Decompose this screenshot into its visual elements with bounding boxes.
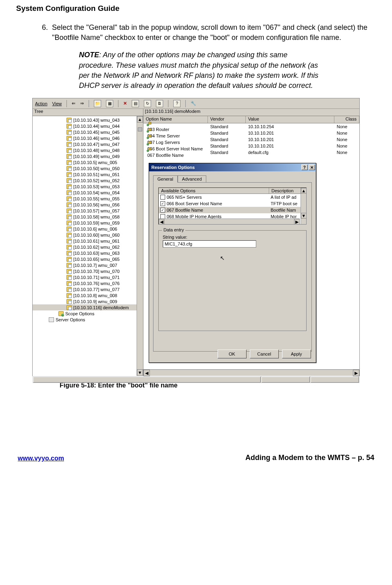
reservation-icon (66, 178, 72, 183)
option-row[interactable]: 067 Bootfile NameStandarddefault.cfgNone (143, 149, 359, 156)
tree-item-label: [10.10.10.55] wmu_055 (73, 196, 120, 201)
scroll-right-icon[interactable]: ▶ (294, 219, 300, 225)
col-class[interactable]: Class (334, 116, 359, 123)
scroll-down-icon[interactable]: ▼ (137, 369, 143, 376)
option-checkbox[interactable]: ✓ (160, 208, 165, 212)
available-option-row[interactable]: ✓066 Boot Server Host NameTFTP boot se (159, 200, 306, 207)
export-icon[interactable]: 🗎 (156, 100, 163, 107)
tree-item[interactable]: [10.10.10.8] wmu_008 (33, 292, 143, 298)
available-option-row[interactable]: ✓067 Bootfile NameBootfile Nam (159, 207, 306, 213)
nav-back-icon[interactable]: ⇐ (72, 101, 75, 106)
tree-item[interactable]: [10.10.10.5] wmu_005 (33, 159, 143, 165)
ok-button[interactable]: OK (218, 350, 247, 358)
option-checkbox[interactable] (160, 195, 165, 200)
plugin-icon[interactable]: 🔧 (191, 101, 196, 106)
tree-item[interactable]: [10.10.10.77] wmu_077 (33, 286, 143, 292)
tree-item[interactable]: [10.10.10.65] wmu_065 (33, 256, 143, 262)
string-value-input[interactable] (163, 240, 256, 248)
reservation-icon (66, 154, 72, 159)
tab-advanced[interactable]: Advanced (178, 175, 206, 182)
tree-item[interactable]: [10.10.10.62] wmu_062 (33, 244, 143, 250)
scroll-left-icon[interactable]: ◀ (159, 219, 164, 225)
col-value[interactable]: Value (246, 116, 334, 123)
tree-item-label: [10.10.10.48] wmu_048 (73, 148, 120, 153)
tree-item[interactable]: [10.10.10.6] wmu_006 (33, 226, 143, 232)
scroll-up-icon[interactable]: ▲ (301, 188, 307, 194)
show-hide-icon[interactable]: ▦ (106, 100, 113, 107)
server-icon (49, 317, 54, 322)
step-text: Select the "General" tab in the popup wi… (52, 23, 376, 43)
up-folder-icon[interactable]: 📁 (94, 100, 101, 107)
tree-item[interactable]: [10.10.10.57] wmu_057 (33, 208, 143, 214)
option-value: 10.10.10.254 (246, 124, 334, 129)
tree-item[interactable]: [10.10.10.60] wmu_060 (33, 232, 143, 238)
tree-item[interactable]: [10.10.10.46] wmu_046 (33, 135, 143, 141)
tree-item[interactable]: [10.10.10.61] wmu_061 (33, 238, 143, 244)
tree-item[interactable]: [10.10.10.70] wmu_070 (33, 268, 143, 274)
tree-item[interactable]: [10.10.10.53] wmu_053 (33, 183, 143, 189)
tree-item[interactable]: [10.10.10.48] wmu_048 (33, 147, 143, 153)
refresh-icon[interactable]: ↻ (144, 100, 151, 107)
tree-item[interactable]: [10.10.10.44] wmu_044 (33, 123, 143, 129)
tree-server-options[interactable]: Server Options (33, 316, 143, 323)
tree-item[interactable]: [10.10.10.59] wmu_059 (33, 220, 143, 226)
available-options-list[interactable]: Available Options Description 065 NIS+ S… (158, 187, 307, 225)
tree-item[interactable]: [10.10.10.51] wmu_051 (33, 171, 143, 177)
tree-item[interactable]: [10.10.10.9] wmu_009 (33, 298, 143, 304)
main-scrollbar-horiz[interactable]: ◀ ▶ (143, 369, 359, 376)
tree-item[interactable]: [10.10.10.56] wmu_056 (33, 202, 143, 208)
apply-button[interactable]: Apply (282, 350, 311, 358)
option-checkbox[interactable]: ✓ (160, 201, 165, 206)
menu-view[interactable]: View (52, 101, 62, 106)
menu-action[interactable]: Action (35, 101, 48, 106)
option-class: None (334, 144, 359, 148)
tree-item[interactable]: [10.10.10.116] demoModem (33, 304, 143, 310)
options-scrollbar-horiz[interactable]: ◀ ▶ (159, 219, 300, 224)
tree-item[interactable]: [10.10.10.71] wmu_071 (33, 274, 143, 280)
svg-rect-3 (149, 129, 151, 131)
nav-forward-icon[interactable]: ⇒ (80, 101, 84, 106)
step-number: 6. (42, 23, 48, 43)
reservation-icon (66, 233, 72, 237)
footer-link[interactable]: www.vyyo.com (18, 455, 64, 462)
svg-rect-1 (149, 122, 151, 124)
col-available-options[interactable]: Available Options (159, 188, 269, 194)
tree-item[interactable]: [10.10.10.7] wmu_007 (33, 262, 143, 268)
tree-list[interactable]: [10.10.10.43] wmu_043[10.10.10.44] wmu_0… (33, 116, 143, 376)
tree-item[interactable]: [10.10.10.55] wmu_055 (33, 196, 143, 202)
properties-icon[interactable]: ▤ (132, 100, 139, 107)
toolbar-separator (89, 100, 89, 107)
options-scrollbar-vert[interactable]: ▲ ▼ (301, 188, 306, 224)
dialog-titlebar[interactable]: Reservation Options ? ✕ (149, 163, 316, 171)
tree-scope-options[interactable]: Scope Options (33, 310, 143, 316)
tree-item[interactable]: [10.10.10.58] wmu_058 (33, 214, 143, 220)
option-name: 067 Bootfile Name (147, 153, 184, 158)
tree-item[interactable]: [10.10.10.49] wmu_049 (33, 153, 143, 159)
tree-item[interactable]: [10.10.10.45] wmu_045 (33, 129, 143, 135)
delete-icon[interactable]: ✕ (123, 101, 127, 106)
tab-general[interactable]: General (153, 175, 178, 183)
tree-item[interactable]: [10.10.10.54] wmu_054 (33, 189, 143, 196)
tree-item[interactable]: [10.10.10.63] wmu_063 (33, 250, 143, 256)
main-pane: [10.10.10.116] demoModem Option Name Ven… (143, 109, 359, 376)
tree-item[interactable]: [10.10.10.52] wmu_052 (33, 177, 143, 183)
scroll-right-icon[interactable]: ▶ (353, 370, 359, 376)
tree-item-label: [10.10.10.7] wmu_007 (73, 263, 117, 268)
tree-scrollbar[interactable]: ▲ ▼ (137, 116, 143, 376)
tree-item[interactable]: [10.10.10.47] wmu_047 (33, 141, 143, 147)
scroll-left-icon[interactable]: ◀ (143, 370, 150, 376)
dialog-help-button[interactable]: ? (301, 164, 308, 170)
scroll-thumb[interactable] (138, 127, 142, 131)
tree-item[interactable]: [10.10.10.43] wmu_043 (33, 117, 143, 123)
scroll-down-icon[interactable]: ▼ (301, 213, 307, 219)
dialog-close-button[interactable]: ✕ (309, 164, 315, 170)
cancel-button[interactable]: Cancel (250, 350, 279, 358)
svg-rect-5 (149, 135, 151, 137)
tree-item[interactable]: [10.10.10.50] wmu_050 (33, 165, 143, 171)
data-entry-legend: Data entry (162, 227, 186, 232)
help-icon[interactable]: ? (173, 100, 180, 107)
scroll-up-icon[interactable]: ▲ (137, 116, 143, 123)
tree-item[interactable]: [10.10.10.76] wmu_076 (33, 280, 143, 286)
available-option-row[interactable]: 065 NIS+ ServersA list of IP ad (159, 194, 306, 200)
col-vendor[interactable]: Vendor (208, 116, 246, 123)
